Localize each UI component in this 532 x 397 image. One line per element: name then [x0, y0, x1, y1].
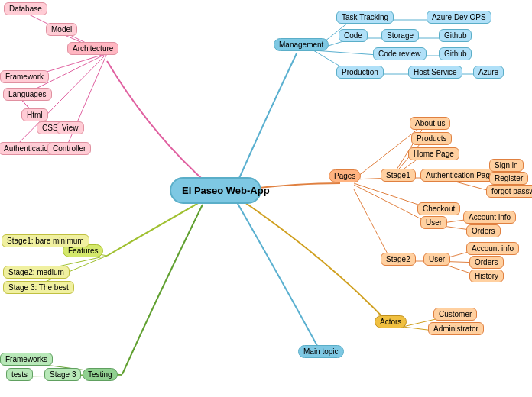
github2-node: Github — [439, 47, 472, 60]
azure-devops-node: Azure Dev OPS — [427, 11, 491, 24]
tests-node: tests — [6, 368, 33, 381]
sign-in-node: Sign in — [489, 159, 524, 172]
auth-page-node: Authentication Page — [420, 169, 500, 182]
user2-node: User — [423, 253, 450, 266]
languages-node: Languages — [3, 88, 52, 101]
code-review-node: Code review — [373, 47, 427, 60]
products-node: Products — [411, 132, 452, 145]
production-node: Production — [336, 66, 384, 79]
storage-node: Storage — [381, 29, 419, 42]
host-service-node: Host Service — [408, 66, 462, 79]
model-node: Model — [46, 23, 77, 36]
framework-node: Framework — [0, 70, 49, 83]
pages-node: Pages — [329, 169, 361, 182]
stage2-medium-node: Stage2: medium — [3, 266, 70, 279]
svg-line-35 — [354, 189, 391, 261]
azure-node: Azure — [473, 66, 504, 79]
stage1-node: Stage1 — [381, 169, 416, 182]
task-tracking-node: Task Tracking — [336, 11, 394, 24]
management-node: Management — [274, 38, 329, 51]
user1-node: User — [420, 216, 447, 229]
orders2-node: Orders — [469, 256, 504, 269]
architecture-node: Architecture — [67, 42, 118, 55]
checkout-node: Checkout — [417, 202, 460, 215]
html-node: Html — [21, 108, 48, 121]
customer-node: Customer — [433, 308, 477, 321]
stage2-node: Stage2 — [381, 253, 416, 266]
actors-node: Actors — [375, 315, 407, 328]
main-topic-node: Main topic — [298, 345, 344, 358]
central-node: El Paseo Web-App — [170, 177, 261, 204]
testing-node: Testing — [83, 368, 118, 381]
orders1-node: Orders — [466, 224, 501, 237]
forgot-pass-node: forgot password — [486, 185, 532, 198]
view-node: View — [57, 121, 84, 134]
github1-node: Github — [439, 29, 472, 42]
about-us-node: About us — [410, 117, 450, 130]
stage3-node: Stage 3 — [44, 368, 81, 381]
home-page-node: Home Page — [408, 147, 459, 160]
svg-line-8 — [65, 53, 107, 150]
database-node: Database — [4, 2, 47, 15]
controller-node: Controller — [47, 142, 91, 155]
frameworks-node: Frameworks — [0, 353, 53, 366]
stage3-best-node: Stage 3: The best — [3, 281, 74, 294]
code-node: Code — [339, 29, 368, 42]
history-node: History — [469, 270, 504, 282]
account-info2-node: Account info — [466, 242, 519, 255]
stage1-bare-node: Stage1: bare minimum — [2, 234, 89, 247]
account-info1-node: Account info — [463, 211, 516, 224]
administrator-node: Administrator — [428, 322, 484, 335]
register-node: Register — [489, 172, 528, 185]
